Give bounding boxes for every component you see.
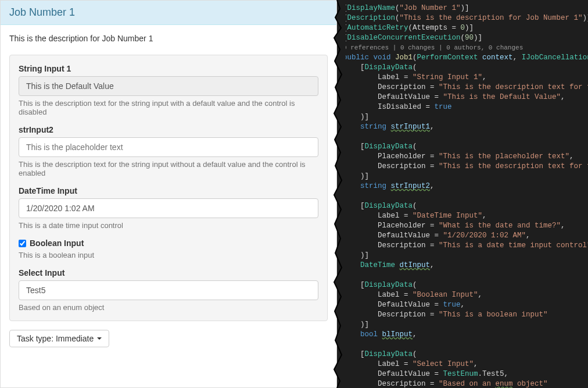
string-input-1-label: String Input 1 [19,64,318,73]
code-line: [DisplayData( [343,201,588,211]
code-line: [DisplayData( [343,280,588,290]
code-line: [AutomaticRetry(Attempts = 0)] [343,23,588,33]
code-line: Label = "Select Input", [343,359,588,369]
code-line [343,340,588,350]
code-line: DefaultValue = "This is the Default Valu… [343,92,588,102]
code-line [343,191,588,201]
code-line: [DisableConcurrentExecution(90)] [343,33,588,43]
boolean-input-help: This is a boolean input [19,251,318,259]
code-line: Description = "Based on an enum object" [343,379,588,388]
code-line: Description = "This is a date time input… [343,241,588,251]
code-line: [DisplayData( [343,350,588,359]
page-title: Job Number 1 [9,6,75,18]
code-line: 0 references | 0 changes | 0 authors, 0 … [343,43,588,53]
code-line: Label = "Boolean Input", [343,290,588,300]
code-line: IsDisabled = true [343,102,588,112]
job-description: This is the description for Job Number 1 [1,25,336,46]
code-line: )] [343,112,588,122]
boolean-input-text: Boolean Input [30,239,84,248]
task-type-label: Task type: Immediate [17,334,94,343]
panel-heading: Job Number 1 [1,1,336,25]
code-line [343,270,588,280]
code-line: DefaultValue = true, [343,300,588,310]
boolean-input-group: Boolean Input This is a boolean input [19,239,318,259]
select-input[interactable] [19,280,318,300]
code-line: Placeholder = "What is the date and time… [343,221,588,231]
string-input-2[interactable] [19,137,318,157]
datetime-input-group: DateTime Input This is a date time input… [19,186,318,230]
code-line: Description = "This is the description t… [343,83,588,92]
code-line: [Description("This is the description fo… [343,13,588,23]
inputs-panel: String Input 1 This is the description t… [9,55,328,321]
code-line: bool blInput, [343,330,588,340]
code-line: Placeholder = "This is the placeholder t… [343,152,588,162]
boolean-input-label[interactable]: Boolean Input [19,239,318,248]
code-line: string strInput1, [343,122,588,132]
code-line: [DisplayData( [343,63,588,73]
code-line: Description = "This is a boolean input" [343,310,588,320]
task-type-dropdown[interactable]: Task type: Immediate [9,330,109,347]
select-input-label: Select Input [19,268,318,277]
datetime-input-label: DateTime Input [19,186,318,195]
string-input-1-help: This is the description text for the str… [19,99,318,116]
string-input-2-group: strInput2 This is the description text f… [19,125,318,177]
string-input-2-help: This is the description text for the str… [19,160,318,177]
code-line: )] [343,251,588,261]
select-input-group: Select Input Based on an enum object [19,268,318,312]
code-line: )] [343,320,588,330]
code-line: DateTime dtInput, [343,261,588,270]
code-line: DefaultValue = TestEnum.Test5, [343,369,588,379]
code-line: [DisplayName("Job Number 1")] [343,3,588,13]
code-line: Label = "DateTime Input", [343,211,588,221]
code-line: string strInput2, [343,181,588,191]
code-line: Description = "This is the description t… [343,162,588,172]
select-input-help: Based on an enum object [19,303,318,312]
job-form-panel: Job Number 1 This is the description for… [0,0,337,388]
code-line: )] [343,172,588,181]
caret-down-icon [97,337,102,340]
code-line: public void Job1(PerformContext context,… [343,53,588,63]
code-line: [DisplayData( [343,142,588,152]
code-line [343,132,588,142]
string-input-1 [19,76,318,96]
code-line: Label = "String Input 1", [343,73,588,83]
string-input-2-label: strInput2 [19,125,318,134]
boolean-input[interactable] [19,240,26,247]
datetime-input-help: This is a date time input control [19,221,318,230]
datetime-input[interactable] [19,198,318,218]
string-input-1-group: String Input 1 This is the description t… [19,64,318,116]
code-line: DefaultValue = "1/20/2020 1:02 AM", [343,231,588,241]
code-editor: [DisplayName("Job Number 1")][Descriptio… [337,0,588,388]
